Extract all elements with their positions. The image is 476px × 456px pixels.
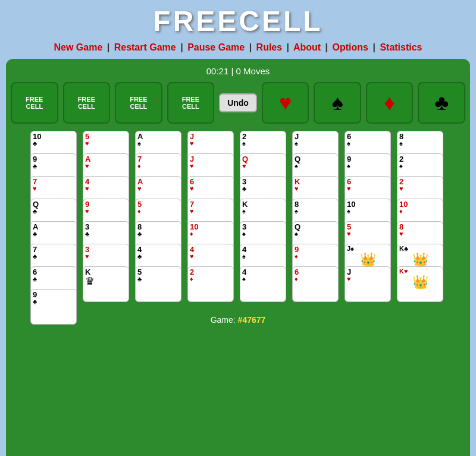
column-3: A♠ 7♦ A♥ 5♦ 8♣ 4♣ 5♣ [135,131,184,309]
bottom-bar: Game: #47677 [11,313,465,327]
free-cell-2[interactable]: FREECELL [63,82,111,124]
status-bar: 00:21 | 0 Moves [11,64,465,78]
card-c5-7[interactable]: 4♠ [240,266,286,302]
header: FREECELL [0,0,476,39]
free-cell-3[interactable]: FREECELL [115,82,162,124]
card-c1-8[interactable]: 9♣ [30,289,77,325]
nav-about[interactable]: About [293,42,321,52]
foundation-hearts[interactable]: ♥ [262,82,309,124]
navigation: New Game | Restart Game | Pause Game | R… [0,39,476,56]
column-2: 5♥ A♥ 4♥ 9♥ 3♣ 3♥ K♛ [83,131,131,309]
game-number: #47677 [238,315,266,325]
card-c6-7[interactable]: 6♦ [292,266,339,302]
card-c3-7[interactable]: 5♣ [135,266,181,302]
nav-restart-game[interactable]: Restart Game [114,42,176,52]
column-5: 2♠ Q♥ 3♣ K♠ 3♠ 4♠ 4♠ [240,131,289,309]
card-c8-7[interactable]: K♥👑 [397,266,443,302]
column-8: 8♠ 2♠ 2♥ 10♦ 8♥ K♣👑 K♥👑 [397,131,446,309]
nav-new-game[interactable]: New Game [54,42,102,52]
nav-pause-game[interactable]: Pause Game [187,42,245,52]
foundation-diamonds[interactable]: ♦ [366,82,414,124]
undo-button[interactable]: Undo [219,93,257,112]
free-cell-1[interactable]: FREECELL [11,82,58,124]
column-7: 6♠ 9♠ 6♥ 10♠ 5♥ J♠👑 J♥ [345,131,393,309]
nav-rules[interactable]: Rules [256,42,283,52]
top-row: FREECELL FREECELL FREECELL FREECELL Undo… [11,82,465,124]
game-container: 00:21 | 0 Moves FREECELL FREECELL FREECE… [6,59,470,456]
column-4: J♥ J♥ 6♥ 7♥ 10♦ 4♥ 2♦ [187,131,236,309]
card-c4-7[interactable]: 2♦ [187,266,234,302]
timer: 00:21 | 0 Moves [206,66,270,76]
nav-statistics[interactable]: Statistics [380,42,422,52]
columns-area: 10♣ 9♣ 7♥ Q♣ A♣ 7♣ 6♣ 9♣ 5♥ A♥ 4♥ 9♥ 3♣ … [11,131,465,309]
foundation-clubs[interactable]: ♣ [418,82,465,124]
card-c7-7[interactable]: J♥ [345,266,391,302]
column-1: 10♣ 9♣ 7♥ Q♣ A♣ 7♣ 6♣ 9♣ [30,131,79,309]
foundation-spades[interactable]: ♠ [314,82,361,124]
card-c2-7[interactable]: K♛ [83,266,129,302]
game-title: FREECELL [0,5,476,37]
nav-options[interactable]: Options [333,42,368,52]
free-cell-4[interactable]: FREECELL [167,82,215,124]
column-6: J♠ Q♠ K♥ 8♠ Q♠ 9♦ 6♦ [292,131,341,309]
